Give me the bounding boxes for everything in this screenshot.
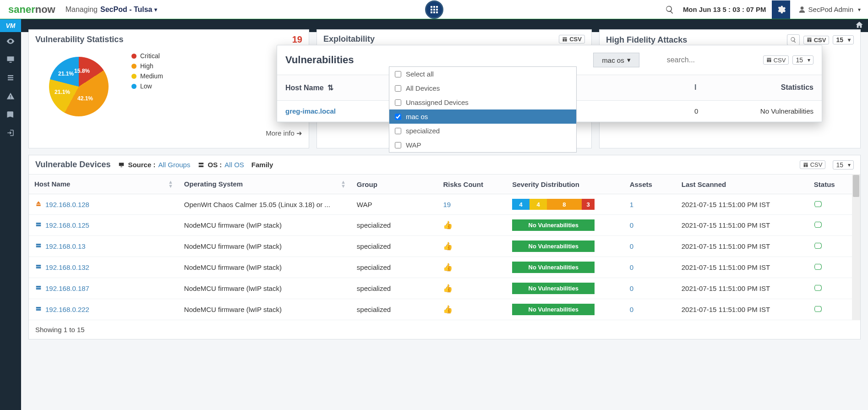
risks-cell: 👍 [437, 215, 507, 236]
sidebar-item-devices[interactable] [0, 50, 21, 69]
sort-icon: ▲▼ [168, 180, 173, 188]
host-link[interactable]: 192.168.0.13 [45, 242, 86, 250]
total-vuln-count: 19 [292, 34, 302, 45]
export-csv-button[interactable]: CSV [763, 55, 789, 65]
page-size-select[interactable]: 15 [792, 55, 813, 65]
monitor-status-icon: 🖵 [814, 262, 822, 272]
page-size-select[interactable]: 15 [833, 35, 854, 44]
org-selector[interactable]: SecPod - Tulsa [100, 5, 157, 14]
host-link[interactable]: 192.168.0.128 [45, 201, 89, 208]
filter-os[interactable]: OS : All OS [197, 161, 244, 169]
popup-search-input[interactable] [667, 56, 749, 64]
card-search-button[interactable] [787, 34, 800, 45]
sidebar-item-docs[interactable] [0, 105, 21, 124]
dd-item-macos[interactable]: mac os [389, 109, 576, 124]
svg-rect-1 [433, 6, 435, 8]
filter-source[interactable]: Source : All Groups [118, 161, 190, 169]
sidebar-item-alerts[interactable] [0, 87, 21, 105]
risks-cell: 👍 [437, 236, 507, 257]
col-risks[interactable]: Risks Count [437, 175, 507, 194]
more-info-link[interactable]: More info ➜ [29, 126, 309, 142]
checkbox[interactable] [395, 71, 401, 77]
search-icon [790, 37, 797, 43]
host-link[interactable]: 192.168.0.132 [45, 263, 89, 271]
table-scrollbar[interactable] [852, 174, 860, 320]
checkbox[interactable] [395, 99, 401, 106]
host-link[interactable]: 192.168.0.125 [45, 221, 89, 229]
filter-family[interactable]: Family [251, 161, 273, 169]
module-tag[interactable]: VM [0, 19, 21, 32]
checkbox[interactable] [395, 85, 401, 92]
global-search-button[interactable] [662, 2, 677, 17]
group-cell: specialized [351, 257, 438, 278]
dd-item-all-devices[interactable]: All Devices [389, 81, 576, 95]
user-menu[interactable]: SecPod Admin [796, 5, 863, 13]
legend-low[interactable]: Low [131, 82, 163, 90]
col-host[interactable]: Host Name▲▼ [29, 175, 179, 194]
legend-high[interactable]: High [131, 62, 163, 70]
checkbox[interactable] [395, 128, 401, 134]
host-link[interactable]: 192.168.0.222 [45, 306, 89, 313]
gear-icon [776, 5, 786, 15]
svg-rect-5 [436, 9, 438, 11]
os-cell: NodeMCU firmware (lwIP stack) [179, 278, 351, 299]
svg-rect-0 [431, 6, 432, 8]
scrollbar-thumb[interactable] [853, 175, 859, 197]
page-size-select[interactable]: 15 [833, 160, 854, 169]
stats-cell: No Vulnerabilities [713, 107, 813, 115]
assets-link[interactable]: 0 [630, 242, 633, 250]
col-os[interactable]: Operating System▲▼ [179, 175, 351, 194]
export-csv-button[interactable]: CSV [800, 160, 826, 169]
checkbox[interactable] [395, 142, 401, 148]
dd-item-wap[interactable]: WAP [389, 138, 576, 152]
eye-icon [6, 37, 15, 46]
dd-item-select-all[interactable]: Select all [389, 67, 576, 81]
dd-item-specialized[interactable]: specialized [389, 124, 576, 138]
export-csv-button[interactable]: CSV [803, 36, 830, 44]
table-row[interactable]: 192.168.0.187NodeMCU firmware (lwIP stac… [29, 278, 860, 299]
checkbox[interactable] [395, 114, 401, 120]
host-link[interactable]: greg-imac.local [285, 107, 336, 115]
device-type-icon [34, 201, 43, 207]
vulnerable-devices-panel: Vulnerable Devices Source : All Groups O… [28, 155, 861, 339]
table-icon [562, 37, 568, 42]
col-severity[interactable]: Severity Distribution [507, 175, 624, 194]
monitor-status-icon: 🖵 [814, 220, 822, 230]
col-last[interactable]: Last Scanned [676, 175, 808, 194]
monitor-status-icon: 🖵 [814, 284, 822, 293]
dd-item-unassigned[interactable]: Unassigned Devices [389, 95, 576, 109]
app-launcher-button[interactable] [425, 0, 443, 19]
server-icon [197, 162, 205, 168]
search-icon [665, 5, 674, 14]
col-stats[interactable]: Statistics [713, 83, 813, 92]
col-assets[interactable]: Assets [624, 175, 676, 194]
group-cell: specialized [351, 278, 438, 299]
assets-link[interactable]: 0 [630, 306, 633, 313]
monitor-status-icon: 🖵 [814, 200, 822, 209]
host-link[interactable]: 192.168.0.187 [45, 284, 89, 292]
main-area: Vulnerability Statistics 19 15.8% 42.1% … [21, 19, 868, 410]
table-row[interactable]: 192.168.0.128OpenWrt Chaos Calmer 15.05 … [29, 194, 860, 215]
settings-button[interactable] [772, 0, 790, 19]
table-row[interactable]: 192.168.0.125NodeMCU firmware (lwIP stac… [29, 215, 860, 236]
col-group[interactable]: Group [351, 175, 438, 194]
group-filter-dropdown[interactable]: mac os▾ [593, 53, 639, 67]
sidebar-item-reports[interactable] [0, 69, 21, 87]
monitor-icon [6, 55, 15, 64]
sidebar-item-overview[interactable] [0, 32, 21, 50]
col-ip[interactable]: I [694, 83, 713, 92]
table-row[interactable]: 192.168.0.132NodeMCU firmware (lwIP stac… [29, 257, 860, 278]
sidebar-item-logout[interactable] [0, 124, 21, 142]
table-row[interactable]: 192.168.0.222NodeMCU firmware (lwIP stac… [29, 299, 860, 320]
svg-rect-7 [433, 11, 435, 13]
risks-link[interactable]: 19 [443, 201, 451, 208]
assets-link[interactable]: 0 [630, 284, 633, 292]
assets-link[interactable]: 1 [630, 201, 633, 208]
export-csv-button[interactable]: CSV [559, 35, 585, 44]
legend-critical[interactable]: Critical [131, 52, 163, 60]
legend-medium[interactable]: Medium [131, 72, 163, 80]
book-icon [6, 110, 15, 119]
assets-link[interactable]: 0 [630, 263, 633, 271]
table-row[interactable]: 192.168.0.13NodeMCU firmware (lwIP stack… [29, 236, 860, 257]
assets-link[interactable]: 0 [630, 221, 633, 229]
